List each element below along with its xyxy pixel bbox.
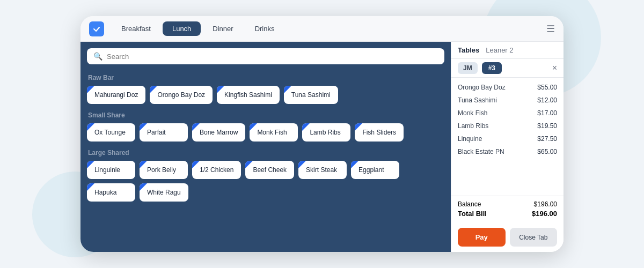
menu-item-half-chicken[interactable]: 1/2 Chicken xyxy=(192,161,241,179)
menu-item-skirt-steak[interactable]: Skirt Steak xyxy=(298,161,347,179)
category-small-share: Small Share xyxy=(87,111,444,119)
table-badge-jm[interactable]: JM xyxy=(458,62,478,74)
menu-item-pork-belly[interactable]: Pork Belly xyxy=(140,161,188,179)
menu-item-mahurangi-doz[interactable]: Mahurangi Doz xyxy=(87,86,145,104)
tab-lunch[interactable]: Lunch xyxy=(163,21,201,36)
main-content: 🔍 Raw Bar Mahurangi Doz Orongo Bay Doz K… xyxy=(80,42,564,252)
menu-item-tuna-sashimi[interactable]: Tuna Sashimi xyxy=(284,86,338,104)
order-item-name-3: Lamb Ribs xyxy=(458,122,488,130)
order-item-5: Black Estate PN $65.00 xyxy=(451,145,564,158)
menu-item-kingfish-sashimi[interactable]: Kingfish Sashimi xyxy=(217,86,280,104)
raw-bar-grid: Mahurangi Doz Orongo Bay Doz Kingfish Sa… xyxy=(87,86,444,104)
total-row: Total Bill $196.00 xyxy=(458,210,557,218)
order-item-price-0: $55.00 xyxy=(537,84,557,91)
menu-item-bone-marrow[interactable]: Bone Marrow xyxy=(192,123,245,142)
action-buttons: Pay Close Tab xyxy=(451,224,564,252)
hamburger-icon[interactable]: ☰ xyxy=(546,23,555,35)
tab-dinner[interactable]: Dinner xyxy=(203,21,243,36)
left-panel: 🔍 Raw Bar Mahurangi Doz Orongo Bay Doz K… xyxy=(80,42,451,252)
balance-label: Balance xyxy=(458,200,481,208)
order-list: Orongo Bay Doz $55.00 Tuna Sashimi $12.0… xyxy=(451,78,564,196)
tab-tables[interactable]: Tables xyxy=(458,46,479,54)
close-tab-button[interactable]: Close Tab xyxy=(510,228,558,247)
pay-button[interactable]: Pay xyxy=(458,228,506,247)
order-item-name-4: Linquine xyxy=(458,135,482,143)
order-item-price-1: $12.00 xyxy=(537,96,557,104)
right-header: Tables Leaner 2 xyxy=(451,42,564,59)
right-panel: Tables Leaner 2 JM #3 × Orongo Bay Doz $… xyxy=(451,42,564,252)
order-item-name-5: Black Estate PN xyxy=(458,148,504,155)
search-input[interactable] xyxy=(107,53,438,61)
menu-item-ox-tounge[interactable]: Ox Tounge xyxy=(87,123,135,142)
tab-drinks[interactable]: Drinks xyxy=(245,21,284,36)
order-item-4: Linquine $27.50 xyxy=(451,132,564,145)
order-item-name-0: Orongo Bay Doz xyxy=(458,84,506,91)
search-icon: 🔍 xyxy=(93,52,103,61)
menu-item-beef-cheek[interactable]: Beef Cheek xyxy=(245,161,294,179)
large-shared-grid: Linguinie Pork Belly 1/2 Chicken Beef Ch… xyxy=(87,161,444,202)
menu-item-orongo-bay-doz[interactable]: Orongo Bay Doz xyxy=(150,86,213,104)
order-item-3: Lamb Ribs $19.50 xyxy=(451,120,564,132)
order-item-0: Orongo Bay Doz $55.00 xyxy=(451,81,564,94)
order-item-2: Monk Fish $17.00 xyxy=(451,107,564,120)
order-item-price-4: $27.50 xyxy=(537,135,557,143)
order-item-price-5: $65.00 xyxy=(537,148,557,155)
table-selector: JM #3 × xyxy=(451,59,564,78)
menu-item-parfait[interactable]: Parfait xyxy=(140,123,188,142)
category-large-shared: Large Shared xyxy=(87,149,444,157)
order-summary: Balance $196.00 Total Bill $196.00 xyxy=(451,196,564,224)
balance-value: $196.00 xyxy=(534,200,557,208)
order-item-name-1: Tuna Sashimi xyxy=(458,96,497,104)
menu-item-linguinie[interactable]: Linguinie xyxy=(87,161,135,179)
menu-item-hapuka[interactable]: Hapuka xyxy=(87,183,135,202)
small-share-grid: Ox Tounge Parfait Bone Marrow Monk Fish … xyxy=(87,123,444,142)
total-value: $196.00 xyxy=(532,210,557,218)
order-item-price-3: $19.50 xyxy=(537,122,557,130)
menu-item-eggplant[interactable]: Eggplant xyxy=(351,161,399,179)
balance-row: Balance $196.00 xyxy=(458,200,557,208)
top-bar: Breakfast Lunch Dinner Drinks ☰ xyxy=(80,16,564,42)
menu-item-monk-fish[interactable]: Monk Fish xyxy=(250,123,298,142)
order-item-price-2: $17.00 xyxy=(537,109,557,117)
order-item-1: Tuna Sashimi $12.00 xyxy=(451,94,564,107)
menu-item-white-ragu[interactable]: White Ragu xyxy=(140,183,188,202)
table-number[interactable]: #3 xyxy=(482,62,502,74)
tablet-container: Breakfast Lunch Dinner Drinks ☰ 🔍 Raw Ba… xyxy=(80,16,564,252)
close-table-button[interactable]: × xyxy=(552,63,557,73)
menu-item-fish-sliders[interactable]: Fish Sliders xyxy=(355,123,404,142)
app-logo xyxy=(89,21,104,36)
search-bar: 🔍 xyxy=(87,48,444,64)
tab-leaner-2[interactable]: Leaner 2 xyxy=(486,46,513,54)
total-label: Total Bill xyxy=(458,210,487,218)
menu-item-lamb-ribs[interactable]: Lamb Ribs xyxy=(302,123,350,142)
order-item-name-2: Monk Fish xyxy=(458,109,487,117)
tab-breakfast[interactable]: Breakfast xyxy=(112,21,160,36)
category-raw-bar: Raw Bar xyxy=(87,74,444,81)
